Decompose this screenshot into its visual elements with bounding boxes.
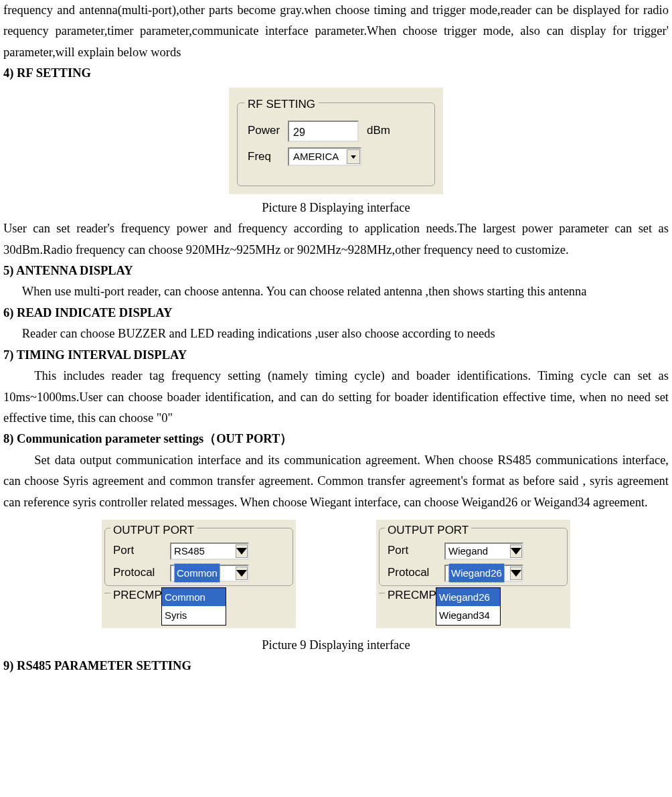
read-indicate-body: Reader can choose BUZZER and LED reading… [3,323,669,344]
power-label: Power [248,121,288,141]
figure-9-caption: Picture 9 Displaying interface [3,635,669,656]
heading-out-port: 8) Communication parameter settings（OUT … [3,429,669,449]
groupbox-title: OUTPUT PORT [110,521,197,540]
groupbox-rf-setting: RF SETTING Power 29 dBm Freq AMERICA [237,102,435,186]
freq-value: AMERICA [293,148,339,165]
port-label: Port [388,541,444,561]
rf-setting-body: User can set reader's frequency power an… [3,218,669,261]
protocol-value: Wiegand26 [448,563,505,583]
protocol-dropdown-list[interactable]: Wiegand26 Wiegand34 [436,587,501,626]
dropdown-option[interactable]: Wiegand34 [436,606,500,625]
dropdown-option[interactable]: Common [162,588,226,607]
protocol-value: Common [174,563,220,583]
protocol-dropdown-list[interactable]: Common Syris [161,587,226,626]
figure-8-caption: Picture 8 Displaying interface [3,198,669,218]
groupbox-precmp: PRECMP [104,593,155,593]
figure-output-port-rs485: OUTPUT PORT Port RS485 Protocal Common P… [102,520,296,628]
precmp-label: PRECMP [110,586,165,605]
intro-text: frequency and antenna(multi-port),other … [3,0,669,63]
dropdown-arrow-icon[interactable] [510,545,522,558]
out-port-body: Set data output communication interface … [3,450,669,513]
power-input[interactable]: 29 [288,121,359,142]
dropdown-arrow-icon[interactable] [236,567,248,580]
heading-rf-setting: 4) RF SETTING [3,63,669,84]
heading-rs485-parameter: 9) RS485 PARAMETER SETTING [3,656,669,676]
precmp-label: PRECMP [385,586,439,605]
heading-antenna-display: 5) ANTENNA DISPLAY [3,261,669,281]
dropdown-option[interactable]: Syris [162,606,226,625]
groupbox-output-port: OUTPUT PORT Port RS485 Protocal Common [104,528,293,586]
protocol-combo[interactable]: Wiegand26 [444,565,523,582]
port-combo[interactable]: Wiegand [444,542,523,560]
port-value: RS485 [174,542,205,560]
heading-read-indicate: 6) READ INDICATE DISPLAY [3,303,669,323]
dropdown-arrow-icon[interactable] [510,567,522,580]
port-label: Port [113,541,170,561]
protocol-label: Protocal [388,563,444,583]
groupbox-title: RF SETTING [244,95,319,115]
power-unit: dBm [367,121,390,141]
figure-rf-setting: RF SETTING Power 29 dBm Freq AMERICA [3,88,669,194]
dropdown-arrow-icon[interactable] [236,545,248,558]
groupbox-precmp: PRECMP [379,593,429,593]
port-value: Wiegand [448,542,488,560]
freq-label: Freq [248,147,288,167]
protocol-label: Protocal [113,563,170,583]
antenna-display-body: When use multi-port reader, can choose a… [3,281,669,302]
groupbox-output-port: OUTPUT PORT Port Wiegand Protocal Wiegan… [379,528,568,586]
port-combo[interactable]: RS485 [170,542,249,560]
protocol-combo[interactable]: Common [170,565,249,582]
timing-interval-body: This includes reader tag frequency setti… [3,366,669,429]
dropdown-arrow-icon[interactable] [347,149,360,164]
heading-timing-interval: 7) TIMING INTERVAL DISPLAY [3,345,669,366]
dropdown-option[interactable]: Wiegand26 [436,588,500,607]
groupbox-title: OUTPUT PORT [385,521,471,540]
figure-output-port-wiegand: OUTPUT PORT Port Wiegand Protocal Wiegan… [376,520,570,628]
freq-combo[interactable]: AMERICA [288,147,361,166]
figure-output-port-group: OUTPUT PORT Port RS485 Protocal Common P… [3,520,669,628]
